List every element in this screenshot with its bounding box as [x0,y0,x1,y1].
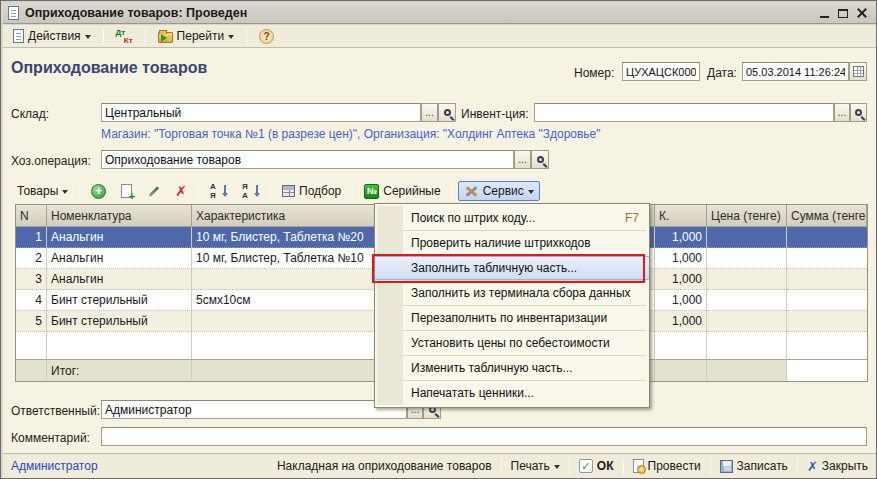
inventory-label: Инвент-ция: [461,107,529,121]
debit-credit-icon [116,29,133,44]
pick-button[interactable]: Подбор [276,181,347,201]
print-label: Печать [511,459,550,473]
menu-item-label: Заполнить табличную часть... [411,261,577,275]
number-label: Номер: [574,66,614,80]
help-button[interactable]: ? [253,26,280,47]
goto-button[interactable]: Перейти [152,26,241,46]
toolbar-separator [145,28,146,45]
serial-label: Серийные [383,184,440,198]
close-label: Закрыть [822,459,868,473]
cell-price[interactable] [707,311,787,332]
column-header-sum[interactable]: Сумма (тенге) [787,205,867,227]
chevron-down-icon [528,190,534,197]
cell-sum[interactable] [787,269,867,290]
menu-item-refill-inventory[interactable]: Перезаполнить по инвентаризации [375,306,649,330]
copy-row-button[interactable] [115,181,138,201]
column-header-n[interactable]: N [16,205,47,227]
minimize-icon[interactable] [820,9,829,18]
menu-item-fill-table[interactable]: Заполнить табличную часть... [375,256,649,280]
sort-descending-button[interactable] [236,180,265,202]
cell-n[interactable]: 2 [16,248,47,269]
menu-item-label: Перезаполнить по инвентаризации [411,311,607,325]
delete-x-icon: ✗ [175,184,187,198]
cell-nomenclature[interactable]: Бинт стерильный [47,311,192,332]
menu-item-change-table[interactable]: Изменить табличную часть... [375,356,649,380]
cell-nomenclature[interactable]: Анальгин [47,227,192,248]
sort-asc-icon [210,183,227,199]
warehouse-input[interactable] [101,103,421,122]
calendar-button[interactable] [849,62,867,81]
column-header-price[interactable]: Цена (тенге) [707,205,787,227]
operation-select-button[interactable]: ... [514,150,531,169]
cell-k[interactable]: 1,000 [655,227,707,248]
toolbar-separator [710,458,711,475]
cell-n[interactable]: 3 [16,269,47,290]
number-input[interactable] [622,62,700,81]
menu-item-print-price-tags[interactable]: Напечатать ценники... [375,381,649,405]
service-menu-button[interactable]: Сервис [458,181,540,201]
cell-sum[interactable] [787,290,867,311]
close-button[interactable]: ✗ Закрыть [807,459,868,473]
cell-price[interactable] [707,290,787,311]
cell-k[interactable]: 1,000 [655,269,707,290]
toolbar-separator [270,183,271,200]
cell-n[interactable]: 1 [16,227,47,248]
total-sum-cell [787,359,867,381]
cell-price[interactable] [707,227,787,248]
inventory-input[interactable] [534,103,834,122]
menu-item-barcode-search[interactable]: Поиск по штрих коду... F7 [375,206,649,230]
actions-button[interactable]: Действия [7,26,97,46]
maximize-icon[interactable] [838,9,848,18]
operation-input[interactable] [101,150,514,169]
cell-nomenclature[interactable]: Анальгин [47,269,192,290]
close-icon[interactable] [857,8,867,18]
table-toolbar: Товары + ✗ Подбор Серийные Сервис [11,179,867,203]
delete-row-button[interactable]: ✗ [169,181,193,201]
post-document-icon [633,459,644,473]
sort-ascending-button[interactable] [204,180,233,202]
cell-k[interactable]: 1,000 [655,311,707,332]
comment-input[interactable] [101,427,867,446]
cell-n[interactable]: 4 [16,290,47,311]
dtkt-button[interactable] [110,26,139,47]
cell-price[interactable] [707,248,787,269]
warehouse-select-button[interactable]: ... [421,103,438,122]
inventory-select-button[interactable]: ... [834,103,850,122]
cell-nomenclature[interactable]: Бинт стерильный [47,290,192,311]
print-button[interactable]: Печать [511,459,560,473]
edit-row-button[interactable] [141,182,166,201]
inventory-open-button[interactable] [850,103,867,122]
menu-item-set-cost-prices[interactable]: Установить цены по себестоимости [375,331,649,355]
toolbar-separator [103,28,104,45]
serial-button[interactable]: Серийные [358,181,446,202]
menu-item-label: Поиск по штрих коду... [411,211,536,225]
ok-button[interactable]: ОК [579,459,614,473]
date-input[interactable] [742,62,849,81]
cell-k[interactable]: 1,000 [655,248,707,269]
menu-item-check-barcodes[interactable]: Проверить наличие штрихкодов [375,231,649,255]
cell-sum[interactable] [787,311,867,332]
operation-open-button[interactable] [531,150,549,169]
store-organization-caption: Магазин: "Торговая точка №1 (в разрезе ц… [101,127,601,141]
goto-label: Перейти [177,29,225,43]
folder-arrow-icon [158,32,173,43]
add-row-button[interactable]: + [85,181,112,202]
cell-price[interactable] [707,269,787,290]
operation-label: Хоз.операция: [11,154,91,168]
pick-grid-icon [282,185,295,197]
cell-k[interactable]: 1,000 [655,290,707,311]
cell-sum[interactable] [787,227,867,248]
responsible-input[interactable] [101,400,407,419]
menu-item-fill-from-terminal[interactable]: Заполнить из терминала сбора данных [375,281,649,305]
check-icon [579,459,593,473]
column-header-nomenclature[interactable]: Номенклатура [47,205,192,227]
save-button[interactable]: Записать [720,459,788,473]
post-button[interactable]: Провести [633,459,701,473]
cell-n[interactable]: 5 [16,311,47,332]
column-header-k[interactable]: К. [655,205,707,227]
warehouse-open-button[interactable] [438,103,456,122]
goods-menu-button[interactable]: Товары [11,181,74,201]
toolbar-separator [623,458,624,475]
cell-sum[interactable] [787,248,867,269]
cell-nomenclature[interactable]: Анальгин [47,248,192,269]
